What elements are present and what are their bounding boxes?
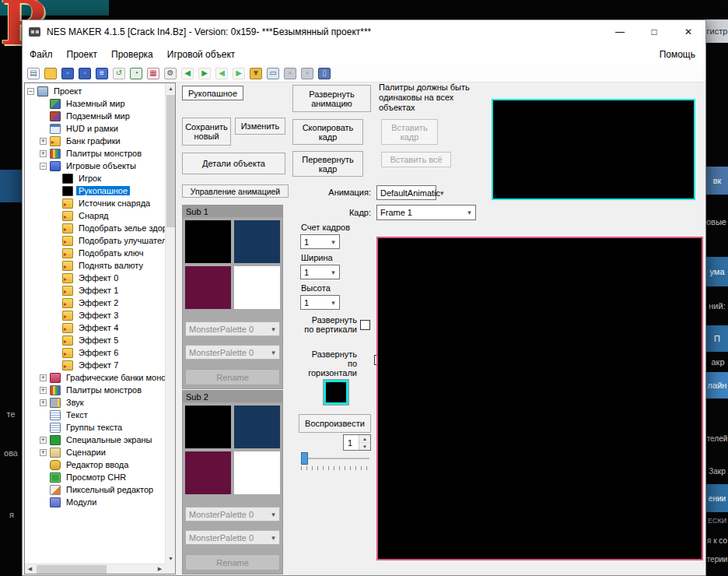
- spinner-up-icon[interactable]: ▲: [359, 435, 370, 443]
- tree-item[interactable]: Просмотр CHR: [25, 471, 165, 483]
- menu-project[interactable]: Проект: [60, 44, 105, 65]
- tree-item[interactable]: Эффект 4: [25, 321, 165, 334]
- flip-vertical-checkbox[interactable]: [360, 320, 370, 330]
- toolbar-screen-icon[interactable]: ▭: [265, 65, 281, 81]
- frame-select[interactable]: Frame 1 ▾: [376, 205, 476, 220]
- scroll-up-icon[interactable]: ▲: [166, 83, 176, 93]
- copy-frame-button[interactable]: Скопировать кадр: [292, 119, 363, 145]
- palette-color-2[interactable]: [185, 451, 231, 494]
- toolbar-chr-bank-icon[interactable]: ▦: [145, 65, 161, 81]
- tree-item[interactable]: +Палитры монстров: [25, 384, 165, 396]
- expand-icon[interactable]: +: [40, 387, 47, 394]
- menu-file[interactable]: Файл: [23, 44, 60, 65]
- monster-palette-select-2[interactable]: MonsterPalette 0▾: [185, 530, 280, 545]
- tree-item[interactable]: +Палитры монстров: [25, 147, 165, 160]
- tree-item[interactable]: +Сценарии: [25, 446, 165, 458]
- collapse-icon[interactable]: −: [40, 163, 47, 170]
- tree-item[interactable]: Эффект 2: [25, 297, 165, 309]
- close-button[interactable]: ✕: [671, 20, 705, 44]
- palette-color-3[interactable]: [234, 451, 280, 494]
- speed-spinner[interactable]: 1 ▲ ▼: [343, 434, 371, 451]
- scroll-right-icon[interactable]: ▶: [155, 564, 165, 574]
- palette-color-0[interactable]: [185, 220, 231, 263]
- tree-vertical-scrollbar[interactable]: ▲ ▼: [165, 83, 175, 564]
- rename-button[interactable]: Rename: [185, 369, 280, 385]
- maximize-button[interactable]: □: [637, 20, 671, 44]
- slider-handle[interactable]: [301, 452, 308, 465]
- toolbar-nav-prev-icon[interactable]: ◀: [214, 65, 229, 81]
- palette-color-3[interactable]: [234, 266, 280, 309]
- expand-animation-button[interactable]: Развернуть анимацию: [292, 85, 371, 112]
- toolbar-globe-icon[interactable]: ◔: [128, 65, 144, 81]
- expand-icon[interactable]: +: [40, 449, 47, 456]
- tree-item[interactable]: Наземный мир: [25, 97, 165, 110]
- tree-item[interactable]: Подобрать улучшател: [25, 234, 165, 247]
- animation-manager-button[interactable]: Управление анимацией: [182, 184, 289, 198]
- tree-item[interactable]: Эффект 3: [25, 309, 165, 321]
- menu-game-object[interactable]: Игровой объект: [160, 44, 243, 65]
- tree-item[interactable]: Эффект 7: [25, 359, 165, 371]
- menu-check[interactable]: Проверка: [104, 44, 160, 65]
- tree-item[interactable]: Эффект 6: [25, 346, 165, 359]
- current-color-swatch[interactable]: [324, 380, 348, 405]
- expand-icon[interactable]: +: [40, 138, 47, 145]
- toolbar-new-file-icon[interactable]: ▤: [26, 65, 41, 81]
- paste-all-button[interactable]: Вставить всё: [381, 152, 451, 167]
- rename-button[interactable]: Rename: [185, 554, 280, 571]
- palette-color-2[interactable]: [185, 266, 231, 309]
- tree-item[interactable]: Снаряд: [25, 209, 165, 222]
- flip-frame-button[interactable]: Перевернуть кадр: [292, 151, 363, 177]
- palette-color-0[interactable]: [185, 406, 231, 448]
- play-button[interactable]: Воспроизвести: [299, 414, 371, 433]
- toolbar-floppy-1-icon[interactable]: ▫: [282, 65, 298, 81]
- toolbar-cartridge-icon[interactable]: ▯: [317, 65, 332, 81]
- tree-item[interactable]: Подобрать зелье здор: [25, 222, 165, 234]
- toolbar-nav-first-icon[interactable]: ◀: [180, 65, 195, 81]
- tree-item[interactable]: Подобрать ключ: [25, 247, 165, 259]
- menu-help[interactable]: Помощь: [653, 44, 702, 65]
- tree-item[interactable]: +Графические банки монс: [25, 371, 165, 384]
- toolbar-save-all-icon[interactable]: ≡: [94, 65, 110, 81]
- toolbar-open-folder-icon[interactable]: [43, 65, 58, 81]
- toolbar-import-icon[interactable]: ▼: [248, 65, 264, 81]
- tree-item[interactable]: +Специальные экраны: [25, 434, 165, 446]
- slider-track[interactable]: [301, 458, 369, 459]
- tree-item[interactable]: Модули: [25, 496, 165, 508]
- toolbar-save-as-icon[interactable]: ▫: [77, 65, 93, 81]
- tree-item[interactable]: Группы текста: [25, 421, 165, 434]
- tree-item[interactable]: Эффект 1: [25, 284, 165, 297]
- monster-palette-select-1[interactable]: MonsterPalette 0▾: [185, 507, 280, 522]
- expand-icon[interactable]: +: [40, 150, 47, 157]
- tree-item[interactable]: HUD и рамки: [25, 122, 165, 135]
- speed-slider[interactable]: [299, 451, 371, 472]
- collapse-icon[interactable]: −: [27, 88, 34, 95]
- horizontal-scroll-thumb[interactable]: [37, 565, 107, 574]
- toolbar-settings-gear-icon[interactable]: ⚙: [163, 65, 178, 81]
- toolbar-nav-last-icon[interactable]: ▶: [231, 65, 247, 81]
- monster-palette-select-1[interactable]: MonsterPalette 0▾: [185, 321, 280, 336]
- paste-frame-button[interactable]: Вставить кадр: [381, 119, 438, 145]
- vertical-scroll-thumb[interactable]: [166, 95, 175, 227]
- edit-canvas[interactable]: [376, 237, 703, 560]
- toolbar-floppy-2-icon[interactable]: ▫: [299, 65, 315, 81]
- palette-color-1[interactable]: [234, 220, 280, 263]
- tree-item[interactable]: +Звук: [25, 396, 165, 409]
- tree-item[interactable]: −Игровые объекты: [25, 160, 165, 172]
- tree-item[interactable]: Пиксельный редактор: [25, 483, 165, 496]
- width-select[interactable]: 1 ▾: [300, 265, 340, 279]
- toolbar-refresh-icon[interactable]: ↺: [111, 65, 127, 81]
- tree-item[interactable]: Рукопашное: [25, 184, 165, 197]
- tree-item[interactable]: Текст: [25, 409, 165, 421]
- expand-icon[interactable]: +: [40, 399, 47, 406]
- object-details-button[interactable]: Детали объекта: [182, 153, 285, 174]
- save-new-button[interactable]: Сохранить новый: [182, 118, 231, 146]
- tree-item[interactable]: Поднять валюту: [25, 259, 165, 272]
- tree-item[interactable]: Подземный мир: [25, 110, 165, 122]
- scroll-down-icon[interactable]: ▼: [166, 553, 176, 564]
- tree-item[interactable]: +Банк графики: [25, 135, 165, 147]
- spinner-down-icon[interactable]: ▼: [359, 443, 370, 450]
- toolbar-save-icon[interactable]: ▫: [60, 65, 75, 81]
- minimize-button[interactable]: —: [603, 20, 637, 44]
- scroll-left-icon[interactable]: ◀: [25, 564, 35, 574]
- toolbar-nav-next-icon[interactable]: ▶: [197, 65, 212, 81]
